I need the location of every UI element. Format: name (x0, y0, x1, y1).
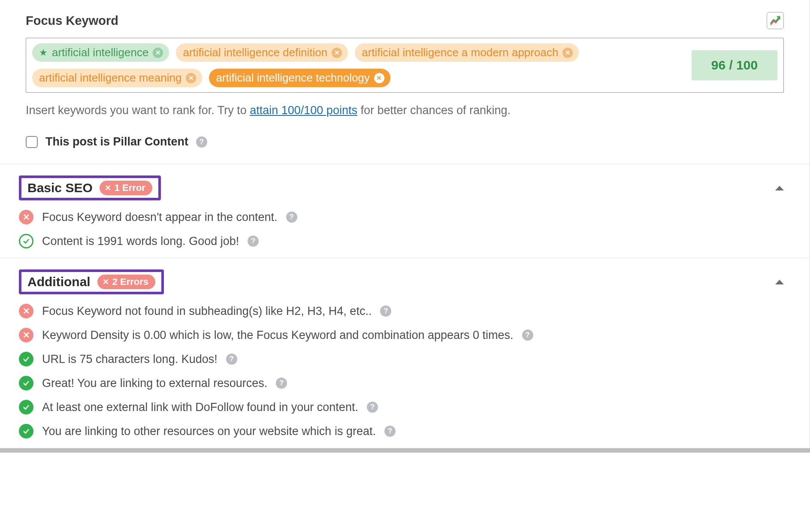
focus-keyword-area: Focus Keyword ★artificial intelligence✕a… (0, 0, 810, 164)
status-ok-icon (19, 400, 33, 414)
help-icon[interactable]: ? (380, 305, 391, 317)
help-icon[interactable]: ? (276, 378, 287, 389)
section-title: Additional (27, 275, 91, 289)
check-text: You are linking to other resources on yo… (42, 425, 376, 438)
focus-heading-row: Focus Keyword (26, 12, 784, 29)
help-icon[interactable]: ? (384, 426, 396, 437)
check-text: Focus Keyword doesn't appear in the cont… (42, 211, 278, 224)
star-icon: ★ (39, 47, 48, 58)
section-header[interactable]: Basic SEO✕1 Error (19, 175, 784, 200)
check-row: Content is 1991 words long. Good job!? (19, 234, 784, 248)
seo-panel: Focus Keyword ★artificial intelligence✕a… (0, 0, 810, 453)
collapse-caret-icon[interactable] (775, 280, 784, 284)
check-row: Great! You are linking to external resou… (19, 376, 784, 390)
remove-keyword-icon[interactable]: ✕ (153, 48, 163, 58)
keyword-hint: Insert keywords you want to rank for. Tr… (26, 104, 784, 117)
check-text: At least one external link with DoFollow… (42, 401, 358, 414)
keyword-tag-label: artificial intelligence technology (216, 71, 369, 85)
trends-button[interactable] (767, 12, 784, 29)
status-error-icon: ✕ (19, 328, 33, 342)
check-row: At least one external link with DoFollow… (19, 400, 784, 414)
hint-prefix: Insert keywords you want to rank for. Tr… (26, 104, 250, 117)
check-text: Focus Keyword not found in subheading(s)… (42, 305, 372, 318)
check-text: URL is 75 characters long. Kudos! (42, 353, 218, 366)
section-title-highlight: Additional✕2 Errors (19, 269, 164, 294)
panel-body: Focus Keyword ★artificial intelligence✕a… (0, 0, 810, 448)
collapse-caret-icon[interactable] (775, 186, 784, 190)
check-row: ✕Keyword Density is 0.00 which is low, t… (19, 328, 784, 342)
check-list: ✕Focus Keyword not found in subheading(s… (19, 304, 784, 438)
keyword-tag[interactable]: artificial intelligence meaning✕ (32, 69, 202, 87)
seo-score: 96 / 100 (692, 50, 777, 80)
status-ok-icon (19, 352, 33, 366)
check-row: URL is 75 characters long. Kudos!? (19, 352, 784, 366)
check-list: ✕Focus Keyword doesn't appear in the con… (19, 210, 784, 248)
pillar-row: This post is Pillar Content ? (26, 135, 784, 148)
section-title-highlight: Basic SEO✕1 Error (19, 175, 161, 200)
status-ok-icon (19, 424, 33, 438)
help-icon[interactable]: ? (248, 236, 259, 247)
keyword-tag-label: artificial intelligence (52, 46, 148, 59)
remove-keyword-icon[interactable]: ✕ (562, 48, 573, 58)
help-icon[interactable]: ? (522, 329, 533, 341)
status-ok-ring-icon (19, 234, 33, 248)
help-icon[interactable]: ? (226, 354, 237, 365)
hint-link[interactable]: attain 100/100 points (250, 104, 357, 117)
pillar-checkbox[interactable] (26, 136, 38, 148)
check-row: You are linking to other resources on yo… (19, 424, 784, 438)
remove-keyword-icon[interactable]: ✕ (332, 48, 342, 58)
hint-suffix: for better chances of ranking. (357, 104, 511, 117)
help-icon[interactable]: ? (196, 136, 207, 148)
section-header[interactable]: Additional✕2 Errors (19, 269, 784, 294)
check-text: Keyword Density is 0.00 which is low, th… (42, 329, 514, 342)
pillar-label: This post is Pillar Content (45, 135, 188, 148)
trend-icon (770, 15, 780, 26)
keyword-tag-label: artificial intelligence a modern approac… (362, 46, 558, 59)
keyword-tag[interactable]: artificial intelligence a modern approac… (355, 43, 579, 62)
sections-host: Basic SEO✕1 Error✕Focus Keyword doesn't … (0, 164, 810, 448)
keyword-tag-label: artificial intelligence meaning (39, 71, 181, 85)
error-badge: ✕1 Error (100, 181, 152, 195)
keyword-input-box[interactable]: ★artificial intelligence✕artificial inte… (26, 38, 784, 93)
error-badge-text: 1 Error (115, 182, 145, 193)
keyword-tag[interactable]: ★artificial intelligence✕ (32, 43, 169, 62)
keyword-tag[interactable]: artificial intelligence technology✕ (209, 69, 390, 87)
status-ok-icon (19, 376, 33, 390)
help-icon[interactable]: ? (286, 212, 297, 223)
focus-keyword-heading: Focus Keyword (26, 14, 118, 28)
remove-keyword-icon[interactable]: ✕ (374, 73, 384, 83)
check-row: ✕Focus Keyword doesn't appear in the con… (19, 210, 784, 224)
error-badge-text: 2 Errors (112, 276, 148, 287)
keyword-tag-label: artificial intelligence definition (183, 46, 327, 59)
error-badge: ✕2 Errors (97, 275, 155, 289)
bottom-scrollbar[interactable] (0, 448, 810, 453)
status-error-icon: ✕ (19, 304, 33, 318)
section-title: Basic SEO (27, 181, 93, 195)
keyword-tags: ★artificial intelligence✕artificial inte… (32, 43, 683, 87)
seo-section: Additional✕2 Errors✕Focus Keyword not fo… (0, 258, 810, 448)
seo-section: Basic SEO✕1 Error✕Focus Keyword doesn't … (0, 164, 810, 258)
status-error-icon: ✕ (19, 210, 33, 224)
keyword-tag[interactable]: artificial intelligence definition✕ (176, 43, 348, 62)
error-x-icon: ✕ (103, 277, 109, 287)
check-row: ✕Focus Keyword not found in subheading(s… (19, 304, 784, 318)
check-text: Content is 1991 words long. Good job! (42, 235, 239, 248)
help-icon[interactable]: ? (367, 402, 378, 413)
error-x-icon: ✕ (105, 183, 111, 193)
check-text: Great! You are linking to external resou… (42, 377, 267, 390)
remove-keyword-icon[interactable]: ✕ (186, 73, 196, 83)
